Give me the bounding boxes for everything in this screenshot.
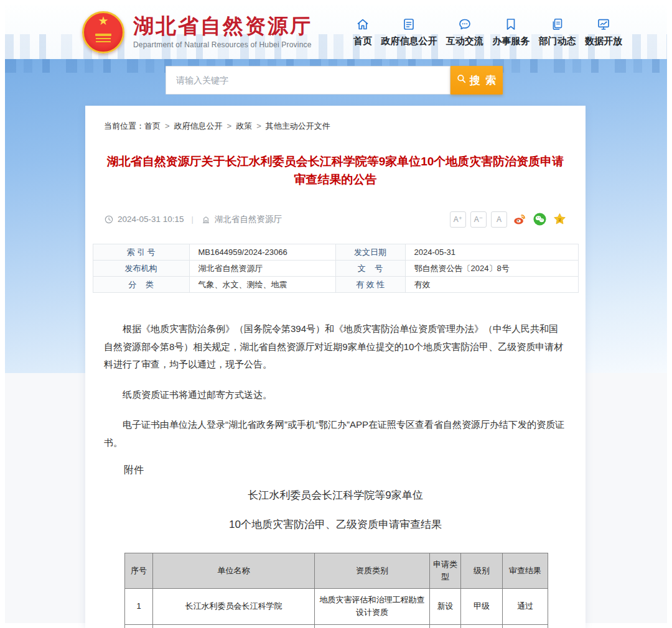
font-size-button-1[interactable]: A⁻ <box>470 211 487 228</box>
chat-icon <box>457 17 472 32</box>
attachment-label: 附件 <box>124 464 586 477</box>
results-cell: 新设 <box>430 589 461 624</box>
doc-info-row: 索 引 号MB1644959/2024-23066发文日期2024-05-31 <box>93 244 578 261</box>
results-cell: 长江水利委员会长江科学院 <box>153 589 315 624</box>
table-row-2: 2武汉华中岩土工程有限责任公司地质灾害治理工程施工资质新设乙级通过 <box>125 624 548 628</box>
weibo-icon[interactable] <box>513 212 527 226</box>
results-cell: 新设 <box>430 624 461 628</box>
results-cell: 通过 <box>503 589 548 624</box>
content-card: 当前位置：首页>政府信息公开>政策>其他主动公开文件 湖北省自然资源厅关于长江水… <box>85 106 586 628</box>
nav-item-2[interactable]: 互动交流 <box>446 17 483 47</box>
article-source: 湖北省自然资源厅 <box>215 214 282 225</box>
emblem-gate-icon <box>95 34 111 36</box>
nav-item-label: 政府信息公开 <box>381 35 437 47</box>
pages-icon <box>550 17 565 32</box>
nav-item-4[interactable]: 部门动态 <box>539 17 576 47</box>
results-header-row: 序号单位名称资质类别申请类型级别审查结果 <box>125 553 548 589</box>
nav-item-3[interactable]: 办事服务 <box>492 17 530 47</box>
body-paragraph-2: 电子证书由单位法人登录“湖北省政务网”或手机“鄂汇办”APP在证照专区查看省自然… <box>104 416 567 451</box>
breadcrumb-separator: > <box>256 121 261 131</box>
nav-item-label: 办事服务 <box>492 35 530 47</box>
doc-info-value: 湖北省自然资源厅 <box>189 261 335 277</box>
breadcrumb-link-3[interactable]: 其他主动公开文件 <box>266 121 330 131</box>
doc-info-label: 分 类 <box>93 277 189 293</box>
article-title: 湖北省自然资源厅关于长江水利委员会长江科学院等9家单位10个地质灾害防治资质申请… <box>103 153 568 188</box>
font-size-button-2[interactable]: A <box>491 211 507 228</box>
breadcrumb-link-2[interactable]: 政策 <box>236 121 252 131</box>
doc-info-label: 发布机构 <box>93 261 189 277</box>
results-header-cell: 审查结果 <box>503 553 548 589</box>
breadcrumb-separator: > <box>165 121 170 131</box>
search-button[interactable]: 搜 索 <box>450 66 503 95</box>
results-cell: 1 <box>125 589 153 624</box>
search-bar: 搜 索 <box>166 66 503 95</box>
nav-item-1[interactable]: 政府信息公开 <box>381 17 437 47</box>
wechat-icon[interactable] <box>533 212 547 226</box>
home-icon <box>355 17 370 32</box>
results-cell: 甲级 <box>461 589 503 624</box>
national-emblem-logo[interactable]: ★ <box>82 11 124 53</box>
results-header-cell: 序号 <box>125 553 153 589</box>
results-header-cell: 申请类型 <box>430 553 461 589</box>
results-cell: 武汉华中岩土工程有限责任公司 <box>153 624 315 628</box>
clock-icon <box>104 215 114 224</box>
breadcrumb-link-0[interactable]: 首页 <box>144 121 161 131</box>
doc-info-value: 有效 <box>405 277 578 293</box>
results-cell: 2 <box>125 624 153 628</box>
results-cell: 地质灾害评估和治理工程勘查设计资质 <box>315 589 430 624</box>
doc-info-label: 有 效 性 <box>335 277 405 293</box>
results-header-cell: 单位名称 <box>153 553 315 589</box>
site-header: ★ 湖北省自然资源厅 Department of Natural Resourc… <box>5 5 667 59</box>
main-nav: 首页政府信息公开互动交流办事服务部门动态数据开放 <box>353 17 622 47</box>
results-header-cell: 资质类别 <box>315 553 430 589</box>
results-table: 序号单位名称资质类别申请类型级别审查结果 1长江水利委员会长江科学院地质灾害评估… <box>124 553 548 628</box>
doc-info-label: 索 引 号 <box>93 244 189 261</box>
source-building-icon <box>201 215 211 224</box>
doc-info-value: 鄂自然资公告〔2024〕8号 <box>405 261 578 277</box>
doc-info-value: 2024-05-31 <box>405 244 578 261</box>
font-size-button-0[interactable]: A⁺ <box>450 211 466 228</box>
body-paragraph-1: 纸质资质证书将通过邮寄方式送达。 <box>104 386 567 404</box>
doc-info-row: 分 类气象、水文、测绘、地震有 效 性有效 <box>93 277 578 293</box>
meta-divider: | <box>192 215 194 224</box>
emblem-star-icon: ★ <box>84 15 123 27</box>
results-header-cell: 级别 <box>461 553 503 589</box>
breadcrumb-separator: > <box>227 121 232 131</box>
article-body: 根据《地质灾害防治条例》（国务院令第394号）和《地质灾害防治单位资质管理办法》… <box>85 293 586 451</box>
document-icon <box>401 17 416 32</box>
breadcrumb-link-1[interactable]: 政府信息公开 <box>174 121 223 131</box>
nav-item-label: 部门动态 <box>539 35 576 47</box>
attachment-title-line1: 长江水利委员会长江科学院等9家单位 <box>85 488 586 502</box>
doc-info-table: 索 引 号MB1644959/2024-23066发文日期2024-05-31发… <box>93 244 579 293</box>
results-cell: 通过 <box>503 624 548 628</box>
table-row-1: 1长江水利委员会长江科学院地质灾害评估和治理工程勘查设计资质新设甲级通过 <box>125 589 548 624</box>
bookmark-icon <box>503 17 518 32</box>
doc-info-label: 发文日期 <box>335 244 405 261</box>
results-cell: 地质灾害治理工程施工资质 <box>315 624 430 628</box>
qzone-star-icon[interactable] <box>553 212 567 226</box>
attachment-title-line2: 10个地质灾害防治甲、乙级资质申请审查结果 <box>85 517 586 532</box>
site-title: 湖北省自然资源厅 <box>133 15 312 37</box>
publish-time: 2024-05-31 10:15 <box>118 215 184 224</box>
breadcrumb-prefix: 当前位置： <box>104 121 144 131</box>
doc-info-value: 气象、水文、测绘、地震 <box>189 277 335 293</box>
nav-item-label: 互动交流 <box>446 35 483 47</box>
nav-item-label: 数据开放 <box>585 35 622 47</box>
doc-info-label: 文 号 <box>335 261 405 277</box>
search-input[interactable] <box>166 66 450 95</box>
results-cell: 乙级 <box>461 624 503 628</box>
nav-item-label: 首页 <box>353 35 372 47</box>
page: { "header": { "site_title": "湖北省自然资源厅", … <box>0 0 672 628</box>
doc-info-row: 发布机构湖北省自然资源厅文 号鄂自然资公告〔2024〕8号 <box>93 261 578 277</box>
site-subtitle: Department of Natural Resources of Hubei… <box>133 40 312 49</box>
nav-item-5[interactable]: 数据开放 <box>585 17 622 47</box>
doc-info-value: MB1644959/2024-23066 <box>189 244 335 261</box>
nav-item-0[interactable]: 首页 <box>353 17 372 47</box>
breadcrumb: 当前位置：首页>政府信息公开>政策>其他主动公开文件 <box>85 106 586 132</box>
search-icon <box>456 73 467 87</box>
search-button-label: 搜 索 <box>470 73 498 88</box>
body-paragraph-0: 根据《地质灾害防治条例》（国务院令第394号）和《地质灾害防治单位资质管理办法》… <box>104 320 567 374</box>
data-screen-icon <box>596 17 611 32</box>
article-meta: 2024-05-31 10:15 | 湖北省自然资源厅 A⁺A⁻A <box>104 211 567 228</box>
